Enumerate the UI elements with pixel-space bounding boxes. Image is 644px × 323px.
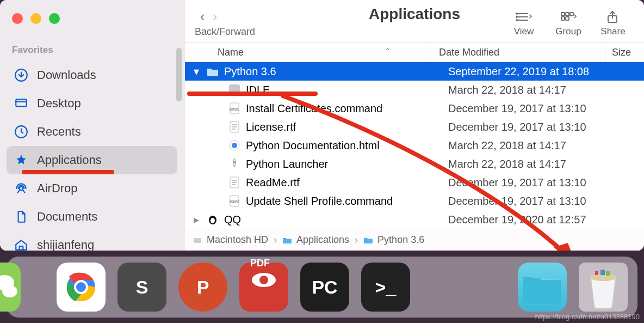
disk-icon [193, 235, 202, 245]
path-crumb[interactable]: Python 3.6 [363, 234, 424, 246]
svg-rect-47 [595, 271, 598, 275]
dock-app-spacer [422, 263, 506, 312]
svg-point-3 [20, 187, 23, 191]
sidebar-item-documents[interactable]: Documents [0, 203, 185, 231]
svg-rect-16 [229, 84, 240, 95]
path-crumb[interactable]: Applications [282, 234, 349, 246]
finder-window: Favorites DownloadsDesktopRecentsApplica… [0, 0, 644, 251]
folder-icon [363, 236, 373, 244]
watermark: https://blog.csdn.net/u013288190 [535, 313, 640, 321]
svg-rect-49 [606, 271, 610, 276]
svg-point-45 [259, 276, 268, 284]
svg-rect-1 [16, 99, 27, 106]
view-icon [516, 9, 532, 25]
file-icon [228, 121, 240, 133]
column-name[interactable]: Name ˄ [185, 46, 430, 58]
forward-button[interactable]: › [213, 8, 218, 25]
file-name: Install Certificates.command [246, 102, 382, 115]
svg-point-24 [232, 143, 237, 148]
file-row[interactable]: execUpdate Shell Profile.commandDecember… [185, 192, 644, 210]
toolbar-label: Group [555, 26, 581, 37]
svg-rect-13 [561, 17, 565, 20]
share-icon [605, 9, 621, 25]
svg-rect-12 [570, 13, 573, 16]
clock-icon [14, 125, 28, 139]
sidebar-item-label: AirDrop [37, 181, 78, 196]
toolbar-label: Share [600, 26, 625, 37]
file-row[interactable]: ▸QQDecember 19, 2020 at 12:57 [185, 210, 644, 229]
sidebar-item-label: Desktop [37, 96, 81, 111]
svg-rect-48 [600, 270, 605, 275]
toolbar-view[interactable]: View [503, 9, 545, 37]
file-date: March 22, 2018 at 14:17 [439, 139, 644, 152]
dock-app-folder[interactable] [518, 263, 567, 312]
file-name: Update Shell Profile.command [246, 195, 393, 208]
toolbar-group[interactable]: Group [547, 9, 590, 37]
column-size[interactable]: Size [605, 43, 644, 62]
window-title: Applications [369, 5, 460, 23]
sidebar-scrollbar[interactable] [176, 48, 182, 101]
file-date: March 22, 2018 at 14:17 [439, 158, 644, 170]
file-row[interactable]: License.rtfDecember 19, 2017 at 13:10 [185, 118, 644, 136]
file-icon [228, 84, 240, 96]
svg-point-8 [516, 16, 517, 17]
file-name: Python 3.6 [224, 65, 276, 78]
file-date: December 19, 2020 at 12:57 [439, 214, 644, 226]
dock-app-term[interactable]: >_ [361, 263, 410, 312]
file-row[interactable]: execInstall Certificates.commandDecember… [185, 99, 644, 118]
disclosure-icon[interactable]: ▸ [194, 213, 201, 226]
minimize-button[interactable] [30, 13, 41, 24]
dock-app-pycharm[interactable]: PC [300, 263, 349, 312]
home-icon [14, 238, 28, 251]
crumb-label: Applications [296, 234, 349, 246]
toolbar: ‹ › Back/Forward Applications ViewGroupS… [185, 0, 644, 42]
file-row[interactable]: Python Documentation.htmlMarch 22, 2018 … [185, 136, 644, 155]
sidebar-item-shijianfeng[interactable]: shijianfeng [0, 231, 185, 251]
sidebar-item-downloads[interactable]: Downloads [0, 61, 185, 89]
dock-app-wechat[interactable] [0, 263, 21, 312]
sidebar-item-desktop[interactable]: Desktop [0, 89, 185, 118]
dock-app-sublime[interactable]: S [117, 263, 166, 312]
apps-icon [14, 153, 28, 167]
file-row[interactable]: ▾Python 3.6September 22, 2019 at 18:08 [185, 62, 644, 81]
file-row[interactable]: Python LauncherMarch 22, 2018 at 14:17 [185, 155, 644, 173]
close-button[interactable] [12, 13, 23, 24]
column-date[interactable]: Date Modified [430, 43, 605, 62]
sidebar-item-label: Documents [37, 210, 97, 224]
sidebar-item-airdrop[interactable]: AirDrop [0, 174, 185, 203]
file-icon [228, 158, 240, 170]
dock-app-pdf[interactable]: PDF [239, 263, 288, 312]
back-button[interactable]: ‹ [200, 8, 205, 25]
file-date: March 22, 2018 at 14:17 [439, 84, 644, 96]
chevron-right-icon: › [274, 234, 277, 246]
file-date: September 22, 2019 at 18:08 [439, 65, 644, 78]
download-icon [14, 68, 28, 82]
sidebar-item-label: Recents [37, 125, 81, 139]
path-crumb[interactable]: Macintosh HD [193, 234, 268, 246]
file-row[interactable]: ReadMe.rtfDecember 19, 2017 at 13:10 [185, 173, 644, 192]
dock-app-ppt[interactable]: P [178, 263, 227, 312]
dock-app-chrome[interactable] [57, 263, 106, 312]
sidebar: Favorites DownloadsDesktopRecentsApplica… [0, 0, 185, 251]
crumb-label: Macintosh HD [207, 234, 268, 246]
sidebar-item-applications[interactable]: Applications [7, 146, 177, 174]
file-icon [207, 214, 219, 226]
sidebar-item-label: Downloads [37, 68, 96, 82]
chevron-right-icon: › [355, 234, 358, 246]
file-date: December 19, 2017 at 13:10 [439, 102, 644, 115]
toolbar-share[interactable]: Share [592, 9, 634, 37]
file-row[interactable]: IDLEMarch 22, 2018 at 14:17 [185, 81, 644, 99]
svg-point-33 [210, 218, 215, 223]
maximize-button[interactable] [49, 13, 60, 24]
dock: SPPDFPC>_ [7, 257, 637, 318]
svg-point-39 [2, 285, 17, 297]
desktop-icon [14, 96, 28, 111]
path-bar: Macintosh HD›Applications›Python 3.6 [185, 229, 644, 251]
crumb-label: Python 3.6 [377, 234, 424, 246]
file-icon [228, 139, 240, 151]
disclosure-icon[interactable]: ▾ [194, 65, 201, 78]
dock-app-trash[interactable] [579, 263, 628, 312]
file-icon [207, 65, 219, 77]
sidebar-item-recents[interactable]: Recents [0, 118, 185, 146]
file-date: December 19, 2017 at 13:10 [439, 121, 644, 133]
